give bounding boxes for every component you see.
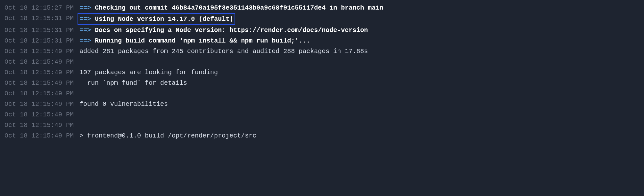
log-timestamp: Oct 18 12:15:49 PM xyxy=(4,67,79,78)
log-bold-text: Using Node version 14.17.0 (default) xyxy=(95,15,233,23)
arrow-icon: ==> xyxy=(79,15,91,23)
log-line: Oct 18 12:15:49 PMfound 0 vulnerabilitie… xyxy=(4,99,640,109)
log-message: found 0 vulnerabilities xyxy=(79,99,168,109)
log-timestamp: Oct 18 12:15:49 PM xyxy=(4,57,79,67)
log-timestamp: Oct 18 12:15:49 PM xyxy=(4,46,79,57)
log-message: run `npm fund` for details xyxy=(79,78,187,88)
log-plain-text: run `npm fund` for details xyxy=(79,79,187,87)
log-output: Oct 18 12:15:27 PM==> Checking out commi… xyxy=(4,3,640,141)
log-message: ==> Checking out commit 46b84a70a195f3e3… xyxy=(79,3,383,13)
log-line: Oct 18 12:15:49 PM xyxy=(4,88,640,99)
log-line: Oct 18 12:15:31 PM==> Running build comm… xyxy=(4,35,640,46)
log-timestamp: Oct 18 12:15:49 PM xyxy=(4,120,79,130)
log-timestamp: Oct 18 12:15:49 PM xyxy=(4,99,79,109)
log-message: added 281 packages from 245 contributors… xyxy=(79,46,368,57)
log-bold-text: Docs on specifying a Node version: https… xyxy=(95,27,368,34)
log-line: Oct 18 12:15:31 PM==> Docs on specifying… xyxy=(4,25,640,35)
log-timestamp: Oct 18 12:15:31 PM xyxy=(4,13,79,25)
arrow-icon: ==> xyxy=(79,4,91,12)
log-timestamp: Oct 18 12:15:31 PM xyxy=(4,35,79,46)
log-line: Oct 18 12:15:49 PM107 packages are looki… xyxy=(4,67,640,78)
log-line: Oct 18 12:15:49 PM> frontend@0.1.0 build… xyxy=(4,130,640,141)
log-timestamp: Oct 18 12:15:49 PM xyxy=(4,109,79,120)
log-line: Oct 18 12:15:31 PM==> Using Node version… xyxy=(4,13,640,25)
log-bold-text: Running build command 'npm install && np… xyxy=(95,37,310,44)
log-timestamp: Oct 18 12:15:49 PM xyxy=(4,78,79,88)
log-message: > frontend@0.1.0 build /opt/render/proje… xyxy=(79,130,256,141)
log-line: Oct 18 12:15:49 PM xyxy=(4,57,640,67)
log-timestamp: Oct 18 12:15:49 PM xyxy=(4,130,79,141)
log-line: Oct 18 12:15:27 PM==> Checking out commi… xyxy=(4,3,640,13)
arrow-icon: ==> xyxy=(79,37,91,44)
log-plain-text: > frontend@0.1.0 build /opt/render/proje… xyxy=(79,132,256,139)
log-message: ==> Docs on specifying a Node version: h… xyxy=(79,25,368,35)
log-message: 107 packages are looking for funding xyxy=(79,67,218,78)
log-message: ==> Running build command 'npm install &… xyxy=(79,35,310,46)
log-plain-text: added 281 packages from 245 contributors… xyxy=(79,48,368,55)
log-message: ==> Using Node version 14.17.0 (default) xyxy=(78,13,235,25)
log-plain-text: 107 packages are looking for funding xyxy=(79,69,218,76)
log-line: Oct 18 12:15:49 PM run `npm fund` for de… xyxy=(4,78,640,88)
log-timestamp: Oct 18 12:15:31 PM xyxy=(4,25,79,35)
log-timestamp: Oct 18 12:15:49 PM xyxy=(4,88,79,99)
arrow-icon: ==> xyxy=(79,27,91,34)
log-line: Oct 18 12:15:49 PM xyxy=(4,109,640,120)
log-bold-text: Checking out commit 46b84a70a195f3e35114… xyxy=(95,4,383,12)
log-line: Oct 18 12:15:49 PMadded 281 packages fro… xyxy=(4,46,640,57)
log-timestamp: Oct 18 12:15:27 PM xyxy=(4,3,79,13)
log-line: Oct 18 12:15:49 PM xyxy=(4,120,640,130)
log-plain-text: found 0 vulnerabilities xyxy=(79,100,168,108)
